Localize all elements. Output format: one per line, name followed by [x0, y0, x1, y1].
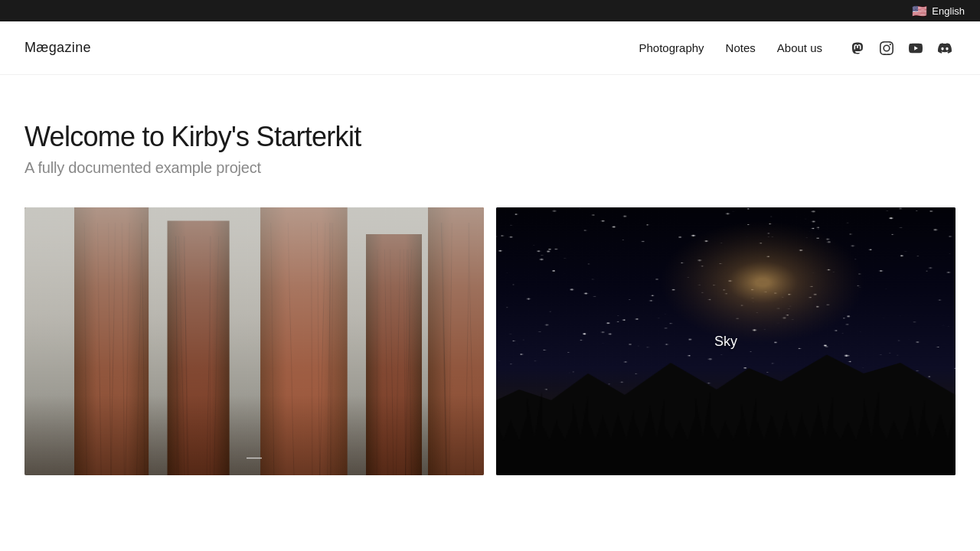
hero-title: Welcome to Kirby's Starterkit: [24, 121, 956, 153]
youtube-link[interactable]: [905, 37, 926, 59]
photo-gallery: — Sky: [0, 207, 980, 475]
scroll-indicator: —: [247, 448, 262, 466]
top-bar: 🇺🇸 English: [0, 0, 980, 21]
site-logo[interactable]: Mægazine: [24, 40, 91, 56]
youtube-icon: [909, 41, 923, 55]
discord-link[interactable]: [934, 37, 956, 59]
instagram-link[interactable]: [876, 37, 897, 59]
mastodon-link[interactable]: [847, 37, 868, 59]
nav-links: Photography Notes About us: [630, 35, 831, 60]
nav-about[interactable]: About us: [768, 35, 831, 60]
mastodon-icon: [851, 41, 864, 55]
gallery-item-sky[interactable]: Sky: [496, 207, 956, 475]
gallery-item-forest[interactable]: —: [24, 207, 484, 475]
language-label: English: [932, 5, 965, 17]
hero-section: Welcome to Kirby's Starterkit A fully do…: [0, 75, 980, 207]
language-selector[interactable]: 🇺🇸 English: [912, 5, 965, 17]
sky-canvas: [496, 207, 956, 475]
nav-photography[interactable]: Photography: [630, 35, 714, 60]
forest-canvas: [24, 207, 484, 475]
nav-notes[interactable]: Notes: [717, 35, 765, 60]
flag-icon: 🇺🇸: [912, 5, 927, 16]
social-links: [847, 37, 956, 59]
main-nav: Photography Notes About us: [630, 35, 956, 60]
hero-subtitle: A fully documented example project: [24, 159, 956, 177]
instagram-icon: [880, 41, 893, 55]
discord-icon: [938, 41, 952, 55]
site-header: Mægazine Photography Notes About us: [0, 21, 980, 75]
